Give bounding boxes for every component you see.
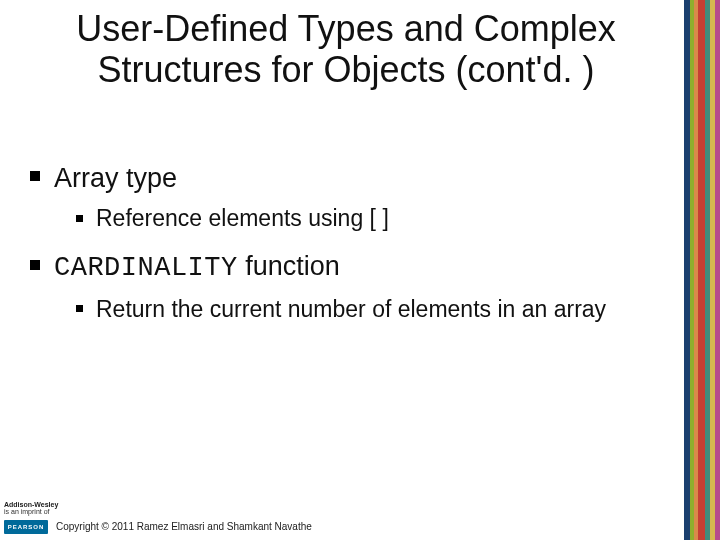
stripe: [698, 0, 705, 540]
bullet-item: CARDINALITY function Return the current …: [30, 248, 660, 324]
imprint-brand: Addison-Wesley: [4, 501, 58, 509]
sub-bullet-item: Reference elements using [ ]: [76, 204, 660, 234]
sub-bullet-list: Return the current number of elements in…: [76, 295, 660, 325]
slide: User-Defined Types and Complex Structure…: [0, 0, 720, 540]
publisher-logo: PEARSON: [4, 520, 48, 534]
slide-body: Array type Reference elements using [ ] …: [30, 160, 660, 339]
bullet-text: function: [238, 251, 340, 281]
imprint: Addison-Wesley is an imprint of: [4, 501, 58, 516]
stripe: [715, 0, 720, 540]
slide-title: User-Defined Types and Complex Structure…: [20, 8, 672, 91]
code-text: CARDINALITY: [54, 253, 238, 283]
sub-bullet-list: Reference elements using [ ]: [76, 204, 660, 234]
accent-stripes: [684, 0, 720, 540]
imprint-line: is an imprint of: [4, 508, 58, 516]
sub-bullet-item: Return the current number of elements in…: [76, 295, 660, 325]
bullet-list: Array type Reference elements using [ ] …: [30, 160, 660, 325]
bullet-text: Array type: [54, 163, 177, 193]
sub-bullet-text: Reference elements using [ ]: [96, 205, 389, 231]
sub-bullet-text: Return the current number of elements in…: [96, 296, 606, 322]
footer: Addison-Wesley is an imprint of PEARSON …: [0, 500, 720, 540]
bullet-item: Array type Reference elements using [ ]: [30, 160, 660, 234]
copyright-text: Copyright © 2011 Ramez Elmasri and Shamk…: [56, 521, 312, 532]
